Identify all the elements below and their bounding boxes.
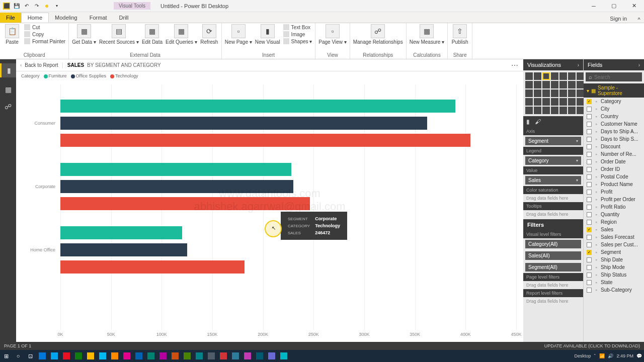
field-item[interactable]: ▫Customer Name — [584, 120, 644, 128]
viz-type-icon[interactable] — [577, 72, 584, 80]
field-item[interactable]: ▫State — [584, 279, 644, 286]
tray-time[interactable]: 2:49 PM — [616, 353, 633, 358]
collapse-fields-icon[interactable]: › — [638, 62, 640, 68]
viz-type-icon[interactable] — [551, 98, 558, 106]
get-data-button[interactable]: ▦Get Data ▾ — [72, 24, 96, 45]
bar[interactable] — [60, 260, 245, 274]
field-item[interactable]: ▫Order Date — [584, 158, 644, 165]
refresh-button[interactable]: ⟳Refresh — [200, 24, 218, 45]
field-item[interactable]: ▫Ship Date — [584, 256, 644, 263]
taskbar-app-icon[interactable] — [109, 350, 121, 362]
data-view-icon[interactable]: ▦ — [3, 84, 13, 95]
viz-type-icon[interactable] — [577, 89, 584, 97]
viz-type-icon[interactable] — [551, 81, 558, 88]
edit-queries-button[interactable]: ▦Edit Queries ▾ — [166, 24, 197, 45]
checkbox[interactable]: ✓ — [587, 99, 592, 104]
checkbox[interactable] — [587, 212, 592, 217]
checkbox[interactable] — [587, 257, 592, 262]
cut-button[interactable]: Cut — [24, 24, 65, 30]
field-item[interactable]: ▫Quantity — [584, 211, 644, 218]
viz-type-icon[interactable] — [551, 89, 558, 97]
file-tab[interactable]: File — [0, 13, 21, 23]
viz-type-icon[interactable] — [542, 72, 550, 80]
taskbar-app-icon[interactable] — [121, 350, 133, 362]
smiley-icon[interactable]: ☻ — [43, 3, 50, 10]
viz-type-icon[interactable] — [568, 107, 576, 114]
field-item[interactable]: ▫Profit — [584, 188, 644, 196]
viz-type-icon[interactable] — [568, 81, 576, 88]
taskbar-app-icon[interactable] — [145, 350, 157, 362]
visual-options-icon[interactable]: ⋯ — [511, 61, 519, 69]
field-item[interactable]: ▫Profit Ratio — [584, 203, 644, 211]
save-icon[interactable]: 💾 — [13, 3, 20, 10]
viz-type-icon[interactable] — [568, 89, 576, 97]
report-view-icon[interactable]: ▮ — [0, 63, 16, 77]
taskview-icon[interactable]: ⊡ — [24, 350, 36, 362]
tray-wifi-icon[interactable]: 📶 — [599, 353, 605, 358]
taskbar-app-icon[interactable] — [72, 350, 85, 362]
viz-type-icon[interactable] — [551, 107, 558, 114]
format-tab[interactable]: Format — [84, 13, 113, 23]
taskbar-app-icon[interactable] — [229, 350, 242, 362]
taskbar-app-icon[interactable] — [157, 350, 169, 362]
viz-type-icon[interactable] — [559, 107, 567, 114]
bar[interactable] — [60, 134, 470, 147]
minimize-button[interactable]: ─ — [584, 0, 604, 12]
checkbox[interactable] — [587, 167, 592, 172]
enter-data-button[interactable]: ▦Edit Data — [142, 24, 163, 45]
checkbox[interactable] — [587, 152, 592, 157]
viz-type-icon[interactable] — [525, 72, 533, 80]
legend-well[interactable]: Category▾ — [525, 156, 581, 165]
close-button[interactable]: ✕ — [624, 0, 644, 12]
viz-type-icon[interactable] — [551, 72, 558, 80]
viz-type-icon[interactable] — [542, 81, 550, 88]
viz-type-icon[interactable] — [577, 81, 584, 88]
field-item[interactable]: ▫Ship Status — [584, 271, 644, 279]
taskbar-app-icon[interactable] — [242, 350, 254, 362]
viz-type-icon[interactable] — [577, 98, 584, 106]
checkbox[interactable] — [587, 129, 592, 134]
checkbox[interactable] — [587, 273, 592, 278]
checkbox[interactable] — [587, 122, 592, 127]
taskbar-app-icon[interactable] — [48, 350, 60, 362]
checkbox[interactable] — [587, 182, 592, 187]
viz-type-icon[interactable] — [542, 98, 550, 106]
field-item[interactable]: ▫Sales Forecast — [584, 233, 644, 241]
checkbox[interactable] — [587, 114, 592, 119]
tray-chevron-icon[interactable]: ˄ — [594, 353, 596, 358]
bar[interactable] — [60, 226, 182, 239]
tray-desktop[interactable]: Desktop — [574, 353, 591, 358]
viz-type-icon[interactable] — [568, 98, 576, 106]
taskbar-app-icon[interactable] — [205, 350, 217, 362]
viz-type-icon[interactable] — [525, 107, 533, 114]
cortana-icon[interactable]: ○ — [12, 350, 24, 362]
field-item[interactable]: ▫Days to Ship S... — [584, 135, 644, 143]
checkbox[interactable] — [587, 107, 592, 112]
maximize-button[interactable]: ▢ — [604, 0, 624, 12]
value-well[interactable]: Sales▾ — [525, 176, 581, 185]
field-item[interactable]: ▫Region — [584, 218, 644, 226]
checkbox[interactable] — [587, 205, 592, 210]
viz-type-icon[interactable] — [534, 107, 541, 114]
tray-volume-icon[interactable]: 🔊 — [608, 353, 613, 358]
checkbox[interactable] — [587, 235, 592, 240]
field-item[interactable]: ✓▫Category — [584, 98, 644, 105]
field-item[interactable]: ▫Days to Ship A... — [584, 128, 644, 135]
taskbar-app-icon[interactable] — [133, 350, 145, 362]
viz-type-icon[interactable] — [542, 89, 550, 97]
checkbox[interactable]: ✓ — [587, 250, 592, 255]
update-banner[interactable]: UPDATE AVAILABLE (CLICK TO DOWNLOAD) — [544, 343, 640, 348]
fields-search[interactable]: ⌕ — [586, 72, 642, 81]
field-item[interactable]: ▫Sub-Category — [584, 286, 644, 294]
filter-segment[interactable]: Segment(All) — [525, 263, 581, 272]
viz-type-icon[interactable] — [534, 98, 541, 106]
expand-icon[interactable]: ▾ — [587, 88, 589, 94]
filter-category[interactable]: Category(All) — [525, 240, 581, 248]
paste-button[interactable]: 📋Paste — [3, 24, 21, 45]
field-table[interactable]: ▾ ▦ Sample - Superstore — [584, 83, 644, 98]
field-item[interactable]: ▫City — [584, 105, 644, 113]
viz-type-icon[interactable] — [559, 89, 567, 97]
drill-tab[interactable]: Drill — [113, 13, 135, 23]
modeling-tab[interactable]: Modeling — [49, 13, 84, 23]
page-view-button[interactable]: ▫Page View ▾ — [318, 24, 346, 45]
